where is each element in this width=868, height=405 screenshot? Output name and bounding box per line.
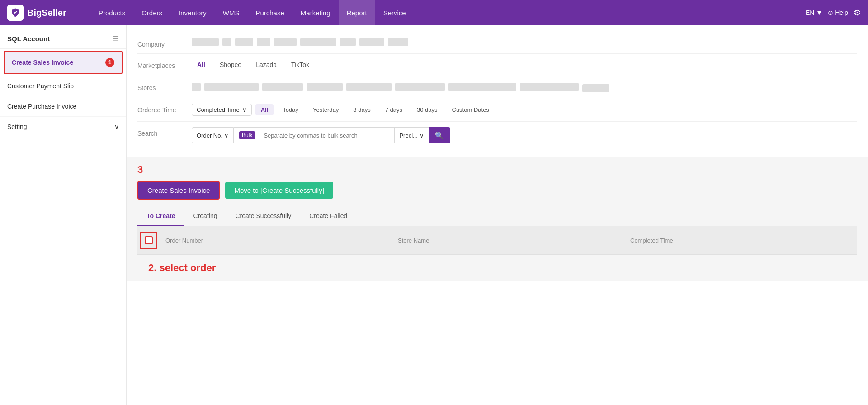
sidebar-title: SQL Account <box>7 35 50 43</box>
marketplace-lazada[interactable]: Lazada <box>250 59 282 70</box>
time-yesterday-btn[interactable]: Yesterday <box>307 104 344 115</box>
stores-filter-row: Stores <box>137 76 857 98</box>
time-all-btn[interactable]: All <box>255 104 274 115</box>
time-custom-btn[interactable]: Custom Dates <box>447 104 495 115</box>
tab-creating[interactable]: Creating <box>184 207 226 226</box>
chevron-down-icon: ∨ <box>242 106 247 113</box>
store-blur-7 <box>448 83 516 91</box>
nav-service[interactable]: Service <box>375 0 414 25</box>
table-header-checkbox-cell <box>137 232 160 249</box>
filter-section: Company Marketplaces All <box>127 25 868 157</box>
th-completed-time: Completed Time <box>625 237 857 244</box>
store-blur-8 <box>520 83 579 91</box>
topnav-menu: Products Orders Inventory WMS Purchase M… <box>90 0 806 25</box>
company-blur-5 <box>274 38 297 46</box>
th-order-number: Order Number <box>160 237 392 244</box>
store-blur-4 <box>307 83 343 91</box>
sidebar-item-setting[interactable]: Setting ∨ <box>0 117 126 137</box>
nav-report[interactable]: Report <box>339 0 375 25</box>
store-blur-5 <box>346 83 392 91</box>
chevron-down-icon: ∨ <box>114 123 119 130</box>
time-today-btn[interactable]: Today <box>277 104 304 115</box>
sidebar: SQL Account ☰ Create Sales Invoice 1 Cus… <box>0 25 127 405</box>
company-blur-6 <box>300 38 336 46</box>
marketplace-tiktok[interactable]: TikTok <box>286 59 315 70</box>
main-content: Company Marketplaces All <box>127 25 868 405</box>
precision-dropdown[interactable]: Preci... ∨ <box>395 127 428 143</box>
chevron-down-icon: ∨ <box>420 132 424 139</box>
help-button[interactable]: ⊙ Help <box>828 9 848 16</box>
company-blur-1 <box>192 38 219 46</box>
time-type-dropdown[interactable]: Completed Time ∨ <box>192 104 252 116</box>
topnav-right: EN ▼ ⊙ Help ⚙ <box>806 8 861 18</box>
search-label: Search <box>137 127 192 137</box>
sidebar-item-create-sales-invoice[interactable]: Create Sales Invoice 1 <box>4 51 123 74</box>
logo-icon <box>7 5 24 21</box>
tab-create-successfully[interactable]: Create Successfully <box>226 207 300 226</box>
nav-marketing[interactable]: Marketing <box>292 0 339 25</box>
tab-create-failed[interactable]: Create Failed <box>300 207 356 226</box>
time-7days-btn[interactable]: 7 days <box>380 104 408 115</box>
company-filter-row: Company <box>137 33 857 54</box>
search-input[interactable] <box>259 127 395 143</box>
nav-orders[interactable]: Orders <box>133 0 170 25</box>
marketplace-all[interactable]: All <box>192 59 211 70</box>
company-blur-4 <box>257 38 270 46</box>
company-blur-9 <box>388 38 408 46</box>
sidebar-item-create-purchase-invoice[interactable]: Create Purchase Invoice <box>0 96 126 117</box>
marketplaces-filter-row: Marketplaces All Shopee Lazada TikTok <box>137 54 857 76</box>
company-label: Company <box>137 38 192 48</box>
ordered-time-content: Completed Time ∨ All Today Yesterday 3 d… <box>192 104 857 116</box>
store-blur-9 <box>582 84 609 92</box>
language-selector[interactable]: EN ▼ <box>806 9 822 16</box>
select-all-checkbox-wrapper[interactable] <box>140 232 157 249</box>
bulk-badge: Bulk <box>239 131 255 139</box>
company-blur-7 <box>340 38 356 46</box>
marketplaces-label: Marketplaces <box>137 59 192 69</box>
company-content <box>192 38 857 46</box>
nav-inventory[interactable]: Inventory <box>170 0 215 25</box>
store-blur-1 <box>192 83 201 91</box>
settings-icon[interactable]: ⚙ <box>854 8 861 18</box>
nav-purchase[interactable]: Purchase <box>247 0 292 25</box>
time-3days-btn[interactable]: 3 days <box>348 104 376 115</box>
table-section: Order Number Store Name Completed Time 2… <box>127 226 868 281</box>
topnav: BigSeller Products Orders Inventory WMS … <box>0 0 868 25</box>
nav-wms[interactable]: WMS <box>215 0 248 25</box>
stores-content <box>192 81 857 92</box>
step1-badge: 1 <box>105 58 114 67</box>
search-button[interactable]: 🔍 <box>429 127 450 143</box>
search-filter-row: Search Order No. ∨ Bulk Preci... <box>137 122 857 149</box>
stores-label: Stores <box>137 81 192 91</box>
search-icon: 🔍 <box>435 131 444 140</box>
sidebar-header: SQL Account ☰ <box>0 29 126 49</box>
move-to-create-successfully-button[interactable]: Move to [Create Successfully] <box>225 182 333 199</box>
tabs-row: To Create Creating Create Successfully C… <box>127 207 868 226</box>
marketplace-shopee[interactable]: Shopee <box>214 59 247 70</box>
time-30days-btn[interactable]: 30 days <box>411 104 443 115</box>
logo[interactable]: BigSeller <box>7 5 80 21</box>
layout: SQL Account ☰ Create Sales Invoice 1 Cus… <box>0 25 868 405</box>
sidebar-item-customer-payment-slip[interactable]: Customer Payment Slip <box>0 76 126 96</box>
store-blur-3 <box>262 83 303 91</box>
nav-products[interactable]: Products <box>90 0 133 25</box>
sidebar-collapse-icon[interactable]: ☰ <box>113 34 119 43</box>
chevron-down-icon: ▼ <box>816 9 822 16</box>
create-sales-invoice-button[interactable]: Create Sales Invoice <box>137 181 220 200</box>
logo-text: BigSeller <box>27 8 66 18</box>
table-header: Order Number Store Name Completed Time <box>137 226 857 255</box>
company-blur-3 <box>235 38 253 46</box>
select-all-checkbox[interactable] <box>145 236 153 244</box>
ordered-time-label: Ordered Time <box>137 104 192 114</box>
company-blur-2 <box>222 38 231 46</box>
action-section: 3 Create Sales Invoice Move to [Create S… <box>127 157 868 207</box>
marketplaces-content: All Shopee Lazada TikTok <box>192 59 857 70</box>
store-blur-6 <box>395 83 445 91</box>
tab-to-create[interactable]: To Create <box>137 207 184 226</box>
help-icon: ⊙ <box>828 9 833 16</box>
action-buttons: Create Sales Invoice Move to [Create Suc… <box>137 181 857 200</box>
store-blur-2 <box>204 83 259 91</box>
search-type-dropdown[interactable]: Order No. ∨ <box>192 127 234 143</box>
company-blur-8 <box>359 38 384 46</box>
chevron-down-icon: ∨ <box>224 132 229 139</box>
